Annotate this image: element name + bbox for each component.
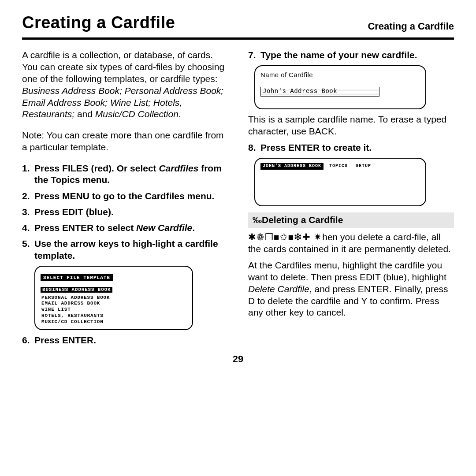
lcd-template-list: SELECT FILE TEMPLATE BUSINESS ADDRESS BO… [34,266,193,331]
header-rule [22,37,454,40]
manual-page: Creating a Cardfile Creating a Cardfile … [0,0,476,476]
templates-last: Music/CD Collection [95,109,178,119]
lcd1-row: WINE LIST [41,307,187,313]
step-7: Type the name of your new cardfile. [248,49,454,61]
step-4b: . [192,223,195,233]
warning-paragraph: ✱❁❒■✩■❇✚ ✷hen you delete a card-file, al… [248,231,454,255]
step-4a: Press ENTER to select [34,223,136,233]
step-5: Use the arrow keys to high-light a cardf… [22,238,228,261]
running-head: Creating a Cardfile [368,21,454,32]
del-italic: Delete Cardfile [248,284,309,294]
intro-period: . [178,109,181,119]
lcd3-tab-setup: SETUP [353,163,373,170]
page-header: Creating a Cardfile Creating a Cardfile [22,13,454,34]
step-8: Press ENTER to create it. [248,142,454,153]
lcd-name-entry: Name of Cardfile John's Address Book [254,65,426,109]
page-title: Creating a Cardfile [22,13,175,32]
step-1-italic: Cardfiles [159,163,198,173]
subsection-heading: ‰Deleting a Cardfile [248,212,454,228]
sub-heading-text: Deleting a Cardfile [262,215,343,225]
lcd3-tab-active: JOHN'S ADDRESS BOOK [260,163,324,170]
step-6: Press ENTER. [22,335,228,346]
and-word: and [77,109,95,119]
delete-instructions: At the Cardfiles menu, highlight the car… [248,260,454,319]
step-4-italic: New Cardfile [136,223,192,233]
step-4: Press ENTER to select New Cardfile. [22,222,228,234]
sample-note: This is a sample cardfile name. To erase… [248,114,454,138]
steps-list-left: Press FILES (red). Or select Cardfiles f… [22,163,228,261]
note-paragraph: Note: You can create more than one cardf… [22,130,228,153]
lcd1-row: PERSONAL ADDRESS BOOK [41,295,187,301]
lcd1-row: EMAIL ADDRESS BOOK [41,301,187,307]
step-1: Press FILES (red). Or select Cardfiles f… [22,163,228,186]
lcd2-label: Name of Cardfile [260,71,420,79]
lcd3-tab-topics: TOPICS [327,163,350,170]
lcd1-selected: BUSINESS ADDRESS BOOK [41,287,112,293]
left-column: A cardfile is a collection, or database,… [22,49,228,351]
lcd1-row: HOTELS, RESTAURANTS [41,313,187,319]
warning-dingbats-icon: ✱❁❒■✩■❇✚ ✷ [248,232,322,242]
lcd3-tabs: JOHN'S ADDRESS BOOK TOPICS SETUP [260,163,420,170]
step-3: Press EDIT (blue). [22,206,228,218]
del-a: At the Cardfiles menu, highlight the car… [248,260,446,282]
step-2: Press MENU to go to the Cardfiles menu. [22,190,228,202]
page-number: 29 [22,353,454,365]
lcd2-input: John's Address Book [260,87,379,97]
intro-text: A cardfile is a collection, or database,… [22,50,224,84]
step-1a: Press FILES (red). Or select [34,163,159,173]
right-column: Type the name of your new cardfile. Name… [248,49,454,351]
lcd-created: JOHN'S ADDRESS BOOK TOPICS SETUP [254,158,426,206]
lcd1-row: MUSIC/CD COLLECTION [41,319,187,325]
steps-list-left-b: Press ENTER. [22,335,228,346]
columns: A cardfile is a collection, or database,… [22,49,454,351]
lcd1-title: SELECT FILE TEMPLATE [41,274,113,281]
steps-list-right-a: Type the name of your new cardfile. [248,49,454,61]
steps-list-right-b: Press ENTER to create it. [248,142,454,153]
sub-prefix-icon: ‰ [253,215,262,225]
intro-paragraph: A cardfile is a collection, or database,… [22,49,228,120]
